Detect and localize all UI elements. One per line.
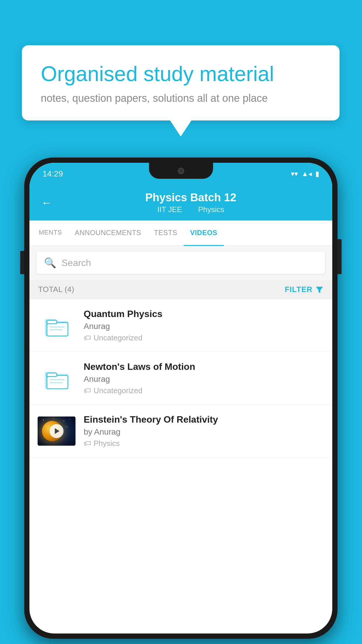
search-bar[interactable]: 🔍 Search: [37, 252, 325, 274]
folder-thumb-quantum: [38, 314, 75, 337]
camera: [178, 168, 184, 174]
search-icon: 🔍: [44, 257, 56, 269]
phone-frame: 14:29 ▾▾ ▲◂ ▮ ← Physics Batch 12 IIT JEE…: [24, 158, 338, 639]
svg-point-17: [59, 422, 60, 423]
play-triangle-icon: [55, 428, 59, 434]
list-item[interactable]: Newton's Laws of Motion Anurag 🏷 Uncateg…: [29, 352, 332, 405]
svg-point-14: [53, 419, 54, 419]
video-info-einstein: Einstein's Theory Of Relativity by Anura…: [84, 414, 324, 448]
tag-icon: 🏷: [84, 386, 91, 395]
play-button[interactable]: [50, 424, 64, 438]
subtitle-iitjee: IIT JEE: [157, 205, 182, 214]
video-title: Newton's Laws of Motion: [84, 361, 324, 372]
total-count: TOTAL (4): [38, 285, 74, 294]
svg-point-13: [43, 420, 44, 421]
svg-point-15: [64, 421, 64, 421]
subtitle-physics: Physics: [198, 205, 224, 214]
header-subtitle: IIT JEE Physics: [61, 205, 321, 214]
search-input[interactable]: Search: [61, 258, 91, 268]
video-title: Einstein's Theory Of Relativity: [84, 414, 324, 425]
video-title: Quantum Physics: [84, 309, 324, 319]
video-thumbnail-einstein: [38, 416, 75, 446]
svg-rect-3: [47, 323, 68, 336]
video-author: Anurag: [84, 322, 324, 331]
bubble-title: Organised study material: [41, 61, 321, 86]
video-info-newton: Newton's Laws of Motion Anurag 🏷 Uncateg…: [84, 361, 324, 395]
wifi-icon: ▾▾: [291, 170, 298, 178]
video-author: Anurag: [84, 374, 324, 384]
tab-videos[interactable]: VIDEOS: [184, 220, 224, 246]
status-icons: ▾▾ ▲◂ ▮: [291, 170, 319, 178]
tab-ments[interactable]: MENTS: [32, 220, 68, 246]
back-button[interactable]: ←: [41, 197, 52, 209]
signal-icon: ▲◂: [301, 170, 312, 178]
video-tag: 🏷 Physics: [84, 439, 324, 448]
svg-rect-9: [47, 375, 68, 389]
svg-rect-10: [47, 373, 57, 377]
svg-point-18: [49, 425, 50, 426]
list-item[interactable]: Einstein's Theory Of Relativity by Anura…: [29, 405, 332, 458]
status-time: 14:29: [43, 169, 63, 178]
video-info-quantum: Quantum Physics Anurag 🏷 Uncategorized: [84, 309, 324, 342]
video-list: Quantum Physics Anurag 🏷 Uncategorized: [29, 299, 332, 458]
filter-button[interactable]: FILTER: [285, 285, 324, 294]
phone-outer: 14:29 ▾▾ ▲◂ ▮ ← Physics Batch 12 IIT JEE…: [24, 158, 338, 639]
tabs-bar: MENTS ANNOUNCEMENTS TESTS VIDEOS: [29, 220, 332, 246]
video-tag: 🏷 Uncategorized: [84, 333, 324, 342]
video-tag: 🏷 Uncategorized: [84, 386, 324, 395]
tab-tests[interactable]: TESTS: [147, 220, 184, 246]
battery-icon: ▮: [315, 170, 319, 178]
folder-icon: [43, 367, 70, 390]
bubble-subtitle: notes, question papers, solutions all at…: [41, 92, 321, 104]
tab-announcements[interactable]: ANNOUNCEMENTS: [68, 220, 148, 246]
header-title-wrap: Physics Batch 12 IIT JEE Physics: [61, 191, 321, 214]
search-container: 🔍 Search: [29, 246, 332, 280]
svg-marker-0: [316, 287, 323, 293]
speech-bubble: Organised study material notes, question…: [22, 45, 340, 120]
list-item[interactable]: Quantum Physics Anurag 🏷 Uncategorized: [29, 299, 332, 352]
filter-bar: TOTAL (4) FILTER: [29, 280, 332, 299]
folder-thumb-newton: [38, 367, 75, 390]
svg-point-19: [66, 426, 67, 427]
video-author: by Anurag: [84, 427, 324, 437]
tag-icon: 🏷: [84, 439, 91, 448]
app-header: ← Physics Batch 12 IIT JEE Physics: [29, 183, 332, 220]
svg-rect-4: [47, 320, 57, 324]
header-title: Physics Batch 12: [61, 191, 321, 204]
svg-point-16: [69, 419, 70, 420]
phone-screen: 14:29 ▾▾ ▲◂ ▮ ← Physics Batch 12 IIT JEE…: [29, 163, 332, 634]
tag-icon: 🏷: [84, 333, 91, 342]
folder-icon: [43, 314, 70, 337]
phone-notch: [149, 163, 213, 179]
